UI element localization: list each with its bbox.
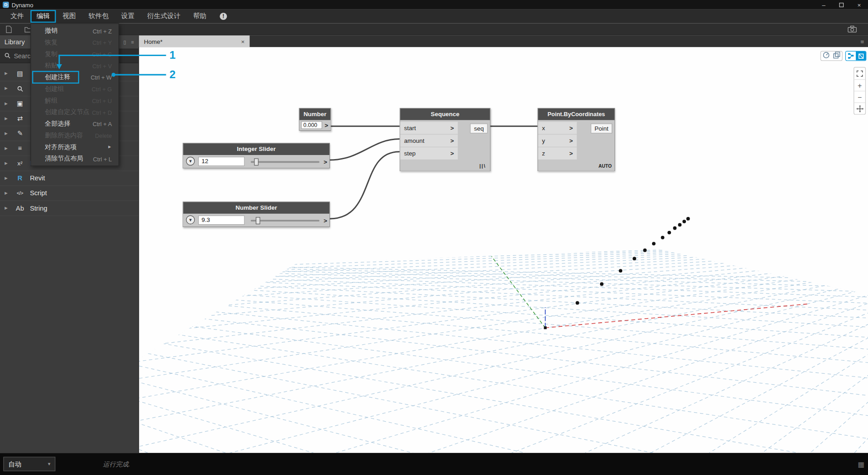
grid-settings-icon[interactable]: ▦ — [858, 460, 865, 468]
wire-intslider-to-amount[interactable] — [330, 139, 399, 160]
menu-item-undo[interactable]: 撤销Ctrl + Z — [31, 25, 119, 37]
node-title[interactable]: Integer Slider — [183, 143, 329, 155]
menu-item-select-all[interactable]: 全部选择Ctrl + A — [31, 118, 119, 130]
dynamo-window: D Dynamo – × 文件 编辑 视图 软件包 设置 衍生式设计 帮助 ! … — [0, 0, 868, 475]
port-input-amount[interactable]: amount > — [400, 135, 458, 147]
menu-edit[interactable]: 编辑 — [30, 10, 56, 23]
expander-icon[interactable]: ▶ — [0, 131, 12, 136]
preview-layers-icon[interactable] — [833, 51, 840, 61]
menu-item-create-note[interactable]: 创建注释Ctrl + W — [31, 71, 119, 83]
expander-icon[interactable]: ▶ — [0, 176, 12, 181]
lacing-auto-badge[interactable]: AUTO — [598, 163, 611, 169]
pan-button[interactable] — [854, 103, 865, 114]
output-port-icon[interactable]: > — [325, 122, 328, 129]
integer-slider-track[interactable] — [251, 161, 319, 163]
edit-menu-dropdown: 撤销Ctrl + Z 恢复Ctrl + Y 复制Ctrl + C 粘贴Ctrl … — [30, 23, 119, 166]
menu-item-clean-node-layout[interactable]: 清除节点布局Ctrl + L — [31, 153, 119, 165]
geometry-scaling-icon[interactable] — [823, 51, 830, 61]
slider-expand-icon[interactable]: ▾ — [186, 216, 195, 225]
port-chevron-icon: > — [569, 137, 573, 144]
node-number[interactable]: Number 0.000 > — [299, 108, 331, 131]
port-input-start[interactable]: start > — [400, 122, 458, 134]
dynamo-logo-icon: D — [3, 2, 9, 8]
menu-item-copy: 复制Ctrl + C — [31, 48, 119, 60]
slider-expand-icon[interactable]: ▾ — [186, 157, 195, 166]
expander-icon[interactable]: ▶ — [0, 71, 12, 76]
menu-file[interactable]: 文件 — [5, 10, 30, 23]
list-icon: ≡ — [12, 145, 28, 152]
node-integer-slider[interactable]: Integer Slider ▾ 12 > — [183, 143, 330, 168]
port-input-z[interactable]: z > — [538, 147, 577, 160]
number-value-field[interactable]: 0.000 — [301, 121, 322, 129]
menu-item-paste: 粘贴Ctrl + V — [31, 60, 119, 71]
number-slider-value-field[interactable]: 9.3 — [198, 216, 245, 225]
number-slider-track[interactable] — [251, 220, 319, 221]
output-port-icon[interactable]: > — [324, 217, 327, 224]
menu-item-create-group: 创建组Ctrl + G — [31, 83, 119, 95]
port-input-x[interactable]: x > — [538, 122, 577, 134]
graph-view-button[interactable] — [846, 52, 856, 61]
node-title[interactable]: Number Slider — [183, 202, 329, 214]
port-chevron-icon: > — [450, 150, 454, 157]
tab-close-icon[interactable]: × — [241, 38, 245, 45]
menu-packages[interactable]: 软件包 — [83, 10, 115, 23]
search-icon — [5, 51, 10, 61]
menu-settings[interactable]: 设置 — [115, 10, 141, 23]
expander-icon[interactable]: ▶ — [0, 161, 12, 166]
library-list-icon[interactable]: ≡ — [131, 39, 134, 45]
menu-view[interactable]: 视图 — [56, 10, 82, 23]
library-view-icon[interactable]: ▯ — [123, 39, 126, 45]
tab-home[interactable]: Home* × — [139, 35, 250, 47]
integer-slider-handle[interactable] — [254, 158, 258, 165]
expander-icon[interactable]: ▶ — [0, 206, 12, 211]
workspace-canvas[interactable]: Number 0.000 > Integer Slider ▾ 12 > Num… — [139, 47, 868, 453]
3d-preview-button[interactable] — [856, 52, 866, 61]
close-button[interactable]: × — [850, 0, 868, 9]
expander-icon[interactable]: ▶ — [0, 116, 12, 121]
sidebar-item-revit[interactable]: ▶ R Revit — [0, 171, 138, 186]
port-input-step[interactable]: step > — [400, 147, 458, 160]
node-sequence[interactable]: Sequence start > amount > step > — [400, 108, 491, 171]
port-chevron-icon: > — [450, 125, 454, 132]
menu-generative-design[interactable]: 衍生式设计 — [141, 10, 186, 23]
node-point-bycoordinates[interactable]: Point.ByCoordinates x > y > z > — [538, 108, 615, 171]
port-input-y[interactable]: y > — [538, 135, 577, 147]
zoom-out-button[interactable]: − — [854, 91, 865, 103]
node-title[interactable]: Sequence — [400, 108, 490, 120]
wire-numslider-to-step[interactable] — [330, 152, 399, 219]
node-title[interactable]: Point.ByCoordinates — [538, 108, 615, 120]
cube-icon: ▣ — [12, 100, 28, 108]
new-file-icon[interactable] — [5, 25, 12, 33]
integer-slider-value-field[interactable]: 12 — [198, 157, 245, 166]
minimize-button[interactable]: – — [815, 0, 832, 9]
lacing-icon[interactable]: ||\ — [479, 163, 486, 169]
port-output-seq[interactable]: seq — [470, 123, 488, 133]
expander-icon[interactable]: ▶ — [0, 191, 12, 196]
tab-bar: Home* × ≡ — [139, 35, 868, 47]
expander-icon[interactable]: ▶ — [0, 101, 12, 106]
number-slider-handle[interactable] — [256, 217, 260, 224]
book-icon: ▤ — [12, 70, 28, 77]
node-number-slider[interactable]: Number Slider ▾ 9.3 > — [183, 202, 330, 227]
sidebar-item-script[interactable]: ▶ </> Script — [0, 186, 138, 201]
menu-item-align-selection[interactable]: 对齐所选项► — [31, 141, 119, 153]
zoom-in-button[interactable]: + — [854, 79, 865, 91]
port-output-point[interactable]: Point — [591, 123, 612, 133]
wire-layer — [139, 47, 868, 453]
expander-icon[interactable]: ▶ — [0, 146, 12, 150]
menu-help[interactable]: 帮助 — [187, 10, 212, 23]
notification-icon[interactable]: ! — [220, 13, 227, 20]
output-port-icon[interactable]: > — [324, 158, 327, 165]
swap-arrows-icon: ⇄ — [12, 115, 28, 122]
sidebar-item-string[interactable]: ▶ Ab String — [0, 201, 138, 216]
zoom-fit-button[interactable] — [854, 67, 865, 79]
tab-overflow-icon[interactable]: ≡ — [861, 38, 864, 45]
node-title[interactable]: Number — [300, 108, 331, 120]
run-mode-select[interactable]: 自动 ▾ — [3, 457, 55, 471]
export-image-icon[interactable] — [848, 25, 857, 33]
port-chevron-icon: > — [450, 137, 454, 144]
maximize-button[interactable] — [833, 0, 850, 9]
script-icon: </> — [12, 190, 28, 196]
magnifier-icon — [12, 85, 28, 91]
expander-icon[interactable]: ▶ — [0, 86, 12, 91]
